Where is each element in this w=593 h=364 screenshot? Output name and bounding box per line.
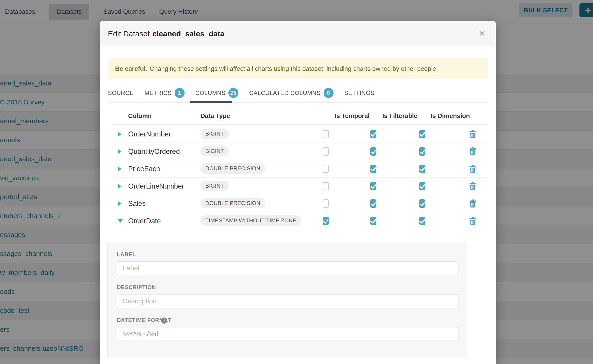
caret-right-icon[interactable] bbox=[118, 132, 121, 137]
info-icon[interactable] bbox=[161, 318, 167, 324]
modal-header: Edit Dataset cleaned_sales_data bbox=[100, 21, 496, 46]
is-filterable-checkbox-checked[interactable] bbox=[370, 165, 376, 173]
is-temporal-checkbox-unchecked[interactable] bbox=[323, 165, 329, 173]
column-name: OrderDate bbox=[128, 217, 161, 225]
caret-down-icon[interactable] bbox=[118, 219, 123, 223]
data-type-pill: TIMESTAMP WITHOUT TIME ZONE bbox=[200, 215, 302, 226]
data-type-pill: BIGINT bbox=[200, 129, 229, 139]
modal-title-prefix: Edit Dataset bbox=[108, 29, 150, 38]
warning-text: Changing these settings will affect all … bbox=[150, 65, 438, 72]
column-header-column: Column bbox=[128, 112, 152, 120]
tab-settings[interactable]: SETTINGS bbox=[344, 88, 375, 102]
is-temporal-checkbox-checked[interactable] bbox=[323, 217, 329, 225]
column-name: Sales bbox=[128, 200, 146, 208]
is-temporal-checkbox-unchecked[interactable] bbox=[323, 147, 329, 156]
column-header-data-type: Data Type bbox=[200, 112, 230, 120]
caret-right-icon[interactable] bbox=[118, 149, 121, 154]
tab-label: COLUMNS bbox=[195, 90, 226, 97]
is-dimension-checkbox-checked[interactable] bbox=[419, 165, 425, 173]
column-name: QuantityOrdered bbox=[128, 148, 180, 156]
is-dimension-checkbox-checked[interactable] bbox=[419, 130, 425, 138]
warning-banner: Be careful. Changing these settings will… bbox=[108, 58, 488, 79]
column-row-priceeach: PriceEachDOUBLE PRECISION bbox=[113, 160, 488, 177]
is-dimension-checkbox-checked[interactable] bbox=[419, 217, 425, 225]
column-header-is-temporal: Is Temporal bbox=[335, 112, 370, 120]
column-row-orderlinenumber: OrderLineNumberBIGINT bbox=[113, 177, 488, 195]
datetime-format-input[interactable] bbox=[117, 327, 459, 341]
tab-label: SOURCE bbox=[108, 90, 134, 97]
modal-title: Edit Dataset cleaned_sales_data bbox=[108, 21, 224, 46]
modal-title-dataset: cleaned_sales_data bbox=[152, 29, 224, 38]
is-temporal-checkbox-unchecked[interactable] bbox=[323, 182, 329, 190]
data-type-pill: DOUBLE PRECISION bbox=[200, 198, 265, 208]
trash-icon[interactable] bbox=[469, 199, 476, 208]
trash-icon[interactable] bbox=[469, 165, 476, 173]
is-filterable-checkbox-checked[interactable] bbox=[370, 182, 376, 190]
trash-icon[interactable] bbox=[469, 217, 476, 225]
edit-dataset-modal: Edit Dataset cleaned_sales_data Be caref… bbox=[100, 21, 496, 364]
is-temporal-checkbox-unchecked[interactable] bbox=[323, 130, 329, 138]
column-name: OrderNumber bbox=[128, 130, 171, 138]
column-header-is-filterable: Is Filterable bbox=[382, 112, 417, 120]
is-filterable-checkbox-checked[interactable] bbox=[370, 217, 376, 225]
description-field-heading: DESCRIPTION bbox=[117, 284, 156, 291]
column-detail-panel: LABEL DESCRIPTION DATETIME FORMAT bbox=[107, 242, 467, 358]
description-input[interactable] bbox=[117, 294, 459, 308]
trash-icon[interactable] bbox=[469, 147, 476, 156]
column-name: PriceEach bbox=[128, 165, 160, 173]
column-row-quantityordered: QuantityOrderedBIGINT bbox=[113, 143, 488, 160]
tab-label: METRICS bbox=[145, 90, 172, 97]
label-input[interactable] bbox=[117, 261, 459, 275]
modal-tabs: SOURCEMETRICS1COLUMNS25CALCULATED COLUMN… bbox=[108, 86, 375, 104]
active-tab-underline bbox=[190, 101, 232, 103]
tabs-divider bbox=[108, 102, 488, 103]
label-field-heading: LABEL bbox=[117, 251, 136, 258]
caret-right-icon[interactable] bbox=[118, 184, 121, 189]
columns-table-header: ColumnData TypeIs TemporalIs FilterableI… bbox=[113, 110, 488, 125]
tab-label: CALCULATED COLUMNS bbox=[249, 90, 320, 97]
tab-count-badge: 25 bbox=[228, 88, 238, 98]
is-dimension-checkbox-checked[interactable] bbox=[419, 182, 425, 190]
data-type-pill: BIGINT bbox=[200, 146, 229, 156]
is-filterable-checkbox-checked[interactable] bbox=[370, 130, 376, 138]
tab-calculated-columns[interactable]: CALCULATED COLUMNS0 bbox=[249, 86, 333, 104]
trash-icon[interactable] bbox=[469, 182, 476, 190]
column-row-sales: SalesDOUBLE PRECISION bbox=[113, 195, 488, 212]
column-name: OrderLineNumber bbox=[128, 182, 184, 190]
is-filterable-checkbox-checked[interactable] bbox=[370, 199, 376, 208]
tab-metrics[interactable]: METRICS1 bbox=[145, 86, 184, 104]
columns-table: OrderNumberBIGINT QuantityOrderedBIGINT … bbox=[113, 125, 488, 230]
tab-source[interactable]: SOURCE bbox=[108, 88, 134, 102]
data-type-pill: DOUBLE PRECISION bbox=[200, 163, 265, 174]
is-dimension-checkbox-checked[interactable] bbox=[419, 199, 425, 208]
app: DatabasesDatasetsSaved QueriesQuery Hist… bbox=[0, 0, 593, 364]
is-filterable-checkbox-checked[interactable] bbox=[370, 147, 376, 156]
trash-icon[interactable] bbox=[469, 130, 476, 138]
is-temporal-checkbox-unchecked[interactable] bbox=[323, 199, 329, 208]
tab-label: SETTINGS bbox=[344, 90, 375, 97]
column-header-is-dimension: Is Dimension bbox=[430, 112, 470, 120]
caret-right-icon[interactable] bbox=[118, 166, 121, 171]
warning-bold: Be careful. bbox=[115, 65, 147, 72]
is-dimension-checkbox-checked[interactable] bbox=[419, 147, 425, 156]
column-row-orderdate: OrderDateTIMESTAMP WITHOUT TIME ZONE bbox=[113, 212, 488, 230]
tab-count-badge: 0 bbox=[323, 88, 334, 98]
tab-count-badge: 1 bbox=[175, 88, 184, 98]
column-row-ordernumber: OrderNumberBIGINT bbox=[113, 125, 488, 143]
caret-right-icon[interactable] bbox=[118, 201, 121, 206]
data-type-pill: BIGINT bbox=[200, 181, 229, 191]
close-icon[interactable] bbox=[476, 28, 488, 39]
